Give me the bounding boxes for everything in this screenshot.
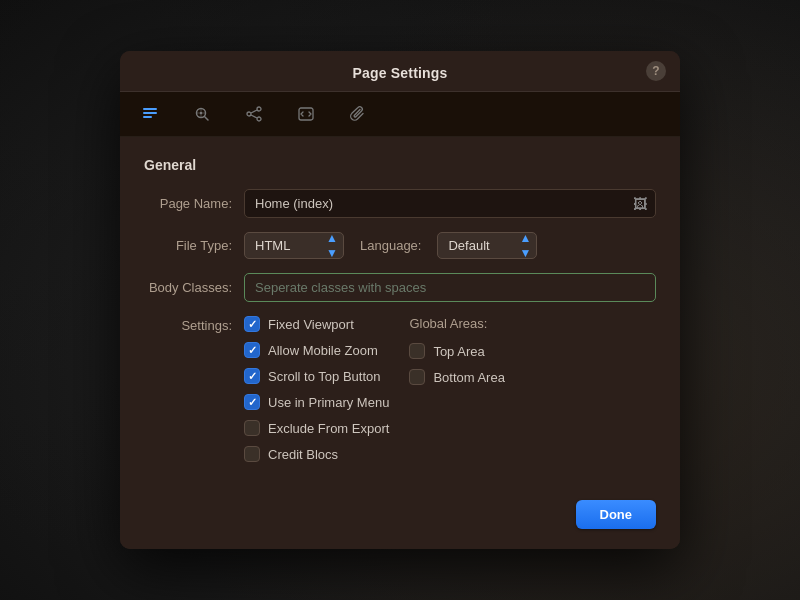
scroll-to-top-label: Scroll to Top Button <box>268 369 381 384</box>
toolbar-attachment-icon[interactable] <box>344 100 372 128</box>
modal-titlebar: Page Settings ? <box>120 51 680 92</box>
svg-point-4 <box>200 112 203 115</box>
body-classes-field <box>244 273 656 302</box>
body-classes-label: Body Classes: <box>144 280 244 295</box>
language-select[interactable]: Default English French <box>437 232 537 259</box>
bottom-area-checkbox[interactable] <box>409 369 425 385</box>
toolbar-share-icon[interactable] <box>240 100 268 128</box>
toolbar-code-icon[interactable] <box>292 100 320 128</box>
language-select-wrapper: Default English French ▲▼ <box>437 232 537 259</box>
top-area-checkbox[interactable] <box>409 343 425 359</box>
svg-point-6 <box>247 112 251 116</box>
page-name-input[interactable] <box>255 190 633 217</box>
checkbox-bottom-area[interactable]: Bottom Area <box>409 369 505 385</box>
svg-point-5 <box>257 107 261 111</box>
page-name-image-icon[interactable]: 🖼 <box>633 196 647 212</box>
modal-footer: Done <box>120 500 680 549</box>
body-classes-row: Body Classes: <box>144 273 656 302</box>
svg-rect-0 <box>143 108 157 110</box>
settings-label: Settings: <box>144 316 244 333</box>
file-type-select[interactable]: HTML PHP ASP <box>244 232 344 259</box>
modal-content: General Page Name: 🖼 File Type: HTML PH <box>120 137 680 500</box>
settings-row: Settings: Fixed Viewport Allow Mobile Zo… <box>144 316 656 462</box>
page-settings-modal: Page Settings ? <box>120 51 680 549</box>
fixed-viewport-checkbox[interactable] <box>244 316 260 332</box>
svg-line-9 <box>251 115 257 118</box>
checkbox-scroll-to-top[interactable]: Scroll to Top Button <box>244 368 389 384</box>
page-name-row: Page Name: 🖼 <box>144 189 656 218</box>
done-button[interactable]: Done <box>576 500 657 529</box>
checkbox-use-in-primary-menu[interactable]: Use in Primary Menu <box>244 394 389 410</box>
general-section-title: General <box>144 157 656 173</box>
fixed-viewport-label: Fixed Viewport <box>268 317 354 332</box>
svg-line-8 <box>251 110 257 113</box>
checkboxes-column: Fixed Viewport Allow Mobile Zoom Scroll … <box>244 316 389 462</box>
credit-blocs-checkbox[interactable] <box>244 446 260 462</box>
toolbar-search-icon[interactable] <box>188 100 216 128</box>
language-label: Language: <box>360 238 421 253</box>
global-areas-label: Global Areas: <box>409 316 505 331</box>
toolbar <box>120 92 680 137</box>
checkbox-allow-mobile-zoom[interactable]: Allow Mobile Zoom <box>244 342 389 358</box>
exclude-from-export-label: Exclude From Export <box>268 421 389 436</box>
file-type-label: File Type: <box>144 238 244 253</box>
settings-columns: Fixed Viewport Allow Mobile Zoom Scroll … <box>244 316 656 462</box>
bottom-area-label: Bottom Area <box>433 370 505 385</box>
file-type-row: File Type: HTML PHP ASP ▲▼ Language: <box>144 232 656 259</box>
top-area-label: Top Area <box>433 344 484 359</box>
toolbar-layout-icon[interactable] <box>136 100 164 128</box>
use-in-primary-menu-label: Use in Primary Menu <box>268 395 389 410</box>
svg-point-7 <box>257 117 261 121</box>
checkbox-fixed-viewport[interactable]: Fixed Viewport <box>244 316 389 332</box>
file-type-select-wrapper: HTML PHP ASP ▲▼ <box>244 232 344 259</box>
allow-mobile-zoom-label: Allow Mobile Zoom <box>268 343 378 358</box>
modal-title: Page Settings <box>352 65 447 81</box>
page-name-field: 🖼 <box>244 189 656 218</box>
scroll-to-top-checkbox[interactable] <box>244 368 260 384</box>
svg-rect-1 <box>143 112 157 114</box>
exclude-from-export-checkbox[interactable] <box>244 420 260 436</box>
global-areas-column: Global Areas: Top Area Bottom Area <box>409 316 505 462</box>
file-type-language-row: HTML PHP ASP ▲▼ Language: Default Englis… <box>244 232 656 259</box>
svg-rect-2 <box>143 116 152 118</box>
file-type-field: HTML PHP ASP ▲▼ Language: Default Englis… <box>244 232 656 259</box>
body-classes-input[interactable] <box>244 273 656 302</box>
page-name-input-wrapper: 🖼 <box>244 189 656 218</box>
checkbox-exclude-from-export[interactable]: Exclude From Export <box>244 420 389 436</box>
checkbox-credit-blocs[interactable]: Credit Blocs <box>244 446 389 462</box>
checkbox-top-area[interactable]: Top Area <box>409 343 505 359</box>
allow-mobile-zoom-checkbox[interactable] <box>244 342 260 358</box>
page-name-label: Page Name: <box>144 196 244 211</box>
credit-blocs-label: Credit Blocs <box>268 447 338 462</box>
use-in-primary-menu-checkbox[interactable] <box>244 394 260 410</box>
help-button[interactable]: ? <box>646 61 666 81</box>
